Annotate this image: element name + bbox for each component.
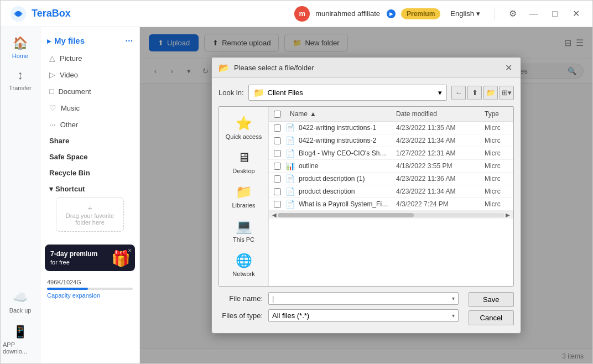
col-name[interactable]: Name ▲: [285, 109, 392, 119]
sidebar-label-transfer: Transfer: [9, 85, 32, 91]
filetype-row: Files of type: All files (*.*) ▾: [219, 309, 459, 322]
settings-button[interactable]: ⚙: [505, 6, 521, 22]
chevron-down-icon: ▾: [476, 9, 480, 18]
libraries-item[interactable]: 📁 Libraries: [221, 180, 266, 213]
quick-access-item[interactable]: ⭐ Quick access: [221, 111, 266, 144]
language-selector[interactable]: English ▾: [446, 7, 485, 20]
transfer-icon: ↕️: [17, 68, 23, 82]
horizontal-scrollbar[interactable]: ◀ ▶: [269, 211, 513, 219]
row-checkbox[interactable]: [274, 188, 281, 195]
promo-emoji: 🎁: [111, 249, 131, 268]
nav-back-button[interactable]: ←: [451, 86, 466, 100]
row-checkbox[interactable]: [274, 124, 281, 132]
close-button[interactable]: ✕: [568, 6, 584, 22]
file-date: 4/23/2022 11:36 AM: [392, 175, 480, 183]
nav-share[interactable]: Share: [40, 133, 139, 149]
file-type: Micrc: [480, 188, 513, 195]
filename-input-wrapper[interactable]: ▾: [268, 292, 459, 305]
shortcut-section: ▾ Shortcut + Drag your favorite folder h…: [40, 181, 139, 240]
select-all-checkbox[interactable]: [274, 111, 281, 118]
file-icon: 📄: [285, 123, 299, 132]
storage-total: 1024G: [63, 279, 81, 285]
table-row[interactable]: 📄 0422-writing instructions-1 4/23/2022 …: [269, 122, 513, 134]
table-row[interactable]: 📄 product description 4/23/2022 11:34 AM…: [269, 185, 513, 198]
table-row[interactable]: 📄 What is a Payroll System_Final 4/3/202…: [269, 198, 513, 211]
divider: [495, 8, 495, 19]
desktop-item[interactable]: 🖥 Desktop: [221, 145, 266, 179]
file-date: 4/23/2022 11:34 AM: [392, 188, 480, 195]
file-type: Micrc: [480, 137, 513, 144]
minimize-button[interactable]: —: [526, 6, 542, 22]
modal-title: Please select a file/folder: [234, 64, 314, 72]
scroll-left-arrow[interactable]: ◀: [271, 212, 278, 218]
look-in-select[interactable]: 📁 Client Files ▾: [248, 85, 447, 101]
filetype-arrow: ▾: [452, 313, 455, 319]
filename-input[interactable]: [272, 294, 452, 303]
verified-icon: ▶: [387, 9, 396, 18]
look-in-folder-icon: 📁: [253, 87, 264, 98]
look-in-actions: ← ⬆ 📁 ⊞▾: [451, 86, 514, 100]
sidebar-item-home[interactable]: 🏠 Home: [1, 32, 40, 64]
row-checkbox[interactable]: [274, 137, 281, 144]
row-checkbox[interactable]: [274, 163, 281, 170]
col-date[interactable]: Date modified: [392, 109, 480, 119]
filename-dropdown-arrow[interactable]: ▾: [452, 295, 455, 301]
triangle-icon: ▸: [47, 37, 51, 45]
sidebar-item-backup[interactable]: ☁️ Back up: [1, 286, 40, 318]
file-nav-header: ▸ My files ⋯: [40, 32, 139, 50]
storage-used: 496K: [47, 279, 61, 285]
col-type[interactable]: Type: [480, 109, 513, 119]
maximize-button[interactable]: □: [547, 6, 563, 22]
row-checkbox[interactable]: [274, 201, 281, 208]
filetype-dropdown[interactable]: All files (*.*) ▾: [268, 309, 459, 322]
sort-icon: ▲: [310, 110, 316, 118]
nav-recycle[interactable]: Recycle Bin: [40, 165, 139, 181]
sidebar-item-transfer[interactable]: ↕️ Transfer: [1, 64, 40, 96]
nav-up-button[interactable]: ⬆: [467, 86, 482, 100]
table-row[interactable]: 📄 product description (1) 4/23/2022 11:3…: [269, 173, 513, 185]
scroll-right-arrow[interactable]: ▶: [504, 212, 511, 218]
nav-safespace[interactable]: Safe Space: [40, 149, 139, 165]
modal-overlay: 📂 Please select a file/folder ✕ Look in:: [140, 27, 592, 363]
quick-panel: ⭐ Quick access 🖥 Desktop 📁 Libraries: [219, 107, 269, 286]
nav-item-document[interactable]: □ Document: [40, 83, 139, 100]
modal-bottom-fields: File name: ▾ Files of type: Al: [219, 292, 514, 326]
row-checkbox[interactable]: [274, 150, 281, 157]
file-name: What is a Payroll System_Final: [299, 200, 392, 208]
view-toggle-button[interactable]: ⊞▾: [500, 86, 514, 100]
cancel-button[interactable]: Cancel: [469, 310, 514, 325]
nav-item-other[interactable]: ··· Other: [40, 116, 139, 133]
my-files-label[interactable]: My files: [54, 36, 85, 45]
drag-drop-area[interactable]: + Drag your favorite folder here: [56, 197, 124, 232]
file-name: outline: [299, 162, 392, 170]
table-row[interactable]: 📄 Blog4 - Why CEO-CIO's Should Think Ab.…: [269, 147, 513, 160]
save-button[interactable]: Save: [469, 292, 514, 307]
modal-close-button[interactable]: ✕: [503, 62, 514, 73]
modal-titlebar: 📂 Please select a file/folder ✕: [212, 58, 521, 78]
premium-badge[interactable]: Premium: [401, 8, 440, 19]
file-date: 4/23/2022 11:34 AM: [392, 137, 480, 144]
file-icon: 📄: [285, 174, 299, 183]
user-name: munirahmed affiliate: [315, 9, 380, 18]
nav-item-video[interactable]: ▷ Video: [40, 66, 139, 83]
file-name: Blog4 - Why CEO-CIO's Should Think Ab...: [299, 149, 392, 157]
modal-action-buttons: Save Cancel: [469, 292, 514, 325]
row-checkbox[interactable]: [274, 175, 281, 183]
filetype-value: All files (*.*): [272, 311, 309, 320]
music-icon: ♡: [49, 103, 56, 112]
promo-card: × 7-day premium for free 🎁: [45, 245, 135, 271]
nav-item-picture[interactable]: △ Picture: [40, 50, 139, 66]
network-item[interactable]: 🌐 Network: [221, 248, 266, 282]
this-pc-item[interactable]: 💻 This PC: [221, 214, 266, 247]
file-name: 0422-writing instructions-2: [299, 137, 392, 144]
shortcut-label[interactable]: ▾ Shortcut: [49, 185, 131, 193]
scrollbar-track[interactable]: [278, 213, 504, 217]
nav-new-folder-button[interactable]: 📁: [483, 86, 498, 100]
scrollbar-thumb[interactable]: [278, 213, 414, 217]
table-row[interactable]: 📄 0422-writing instructions-2 4/23/2022 …: [269, 134, 513, 147]
capacity-link[interactable]: Capacity expansion: [47, 292, 100, 299]
nav-item-music[interactable]: ♡ Music: [40, 100, 139, 116]
sidebar-item-app[interactable]: 📱 APP downlo...: [1, 320, 40, 359]
table-row[interactable]: 📊 outline 4/18/2022 3:55 PM Micrc: [269, 160, 513, 173]
more-icon[interactable]: ⋯: [125, 37, 133, 45]
